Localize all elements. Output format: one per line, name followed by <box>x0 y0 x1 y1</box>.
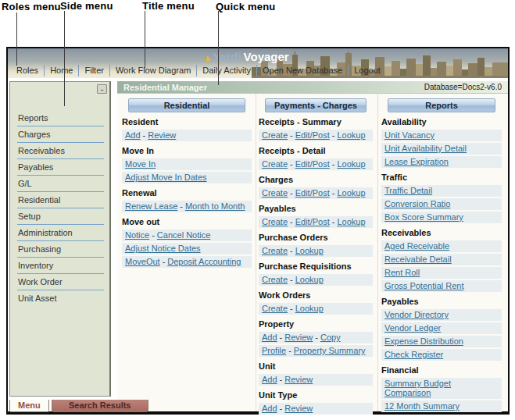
quick-link-add[interactable]: Add <box>125 130 141 140</box>
quick-link-add[interactable]: Add <box>262 375 277 384</box>
sidebar-item-setup[interactable]: Setup <box>17 208 104 224</box>
callout-label-side-menu: Side menu <box>60 0 113 12</box>
quick-link-adjust-move-in-dates[interactable]: Adjust Move In Dates <box>125 173 207 182</box>
quick-link-create[interactable]: Create <box>262 130 288 140</box>
quick-link-edit-post[interactable]: Edit/Post <box>295 188 330 198</box>
link-separator: - <box>152 230 155 240</box>
quick-link-create[interactable]: Create <box>262 304 288 313</box>
sidebar-minimize-button[interactable]: - <box>97 84 107 94</box>
sidebar-item-administration[interactable]: Administration <box>17 225 104 240</box>
yardi-triangle-icon: ▲ <box>203 53 212 62</box>
quick-link-row: Vendor Ledger <box>381 322 502 334</box>
quick-link-row: Create-Edit/Post-Lookup <box>259 130 373 141</box>
quick-link-lookup[interactable]: Lookup <box>337 130 365 140</box>
menu-item-work-flow-diagram[interactable]: Work Flow Diagram <box>110 64 196 77</box>
menu-item-home[interactable]: Home <box>45 64 78 77</box>
quick-link-summary-budget-comparison[interactable]: Summary Budget Comparison <box>384 379 451 397</box>
quick-link-create[interactable]: Create <box>262 246 288 255</box>
quick-link-moveout[interactable]: MoveOut <box>125 257 160 266</box>
quick-link-lookup[interactable]: Lookup <box>337 188 365 198</box>
menu-item-roles[interactable]: Roles <box>11 64 44 77</box>
app-header: ▲YardiVoyager RolesHomeFilterWork Flow D… <box>8 48 508 78</box>
side-menu-panel: - ReportsChargesReceivablesPayablesG/LRe… <box>9 81 111 397</box>
quick-link-traffic-detail[interactable]: Traffic Detail <box>384 186 432 195</box>
quick-link-move-in[interactable]: Move In <box>125 159 156 169</box>
callout-label-roles-menu: Roles menu <box>2 1 61 12</box>
sidebar-item-g-l[interactable]: G/L <box>17 176 104 191</box>
menu-item-open-new-database[interactable]: Open New Database <box>257 64 348 77</box>
quick-link-unit-availability-detail[interactable]: Unit Availability Detail <box>384 144 467 153</box>
quick-link-receivable-detail[interactable]: Receivable Detail <box>384 254 452 264</box>
quick-link-rent-roll[interactable]: Rent Roll <box>384 268 420 277</box>
quick-link-review[interactable]: Review <box>284 333 313 342</box>
quick-link-create[interactable]: Create <box>262 159 288 169</box>
quick-link-vendor-directory[interactable]: Vendor Directory <box>384 310 449 319</box>
quick-link-vendor-ledger[interactable]: Vendor Ledger <box>384 323 441 333</box>
quick-link-create[interactable]: Create <box>262 217 288 226</box>
quick-link-add[interactable]: Add <box>262 333 277 342</box>
quick-link-edit-post[interactable]: Edit/Post <box>295 159 330 169</box>
quick-link-month-to-month[interactable]: Month to Month <box>185 201 245 211</box>
quick-link-lookup[interactable]: Lookup <box>295 246 324 255</box>
quick-menu-column-residential: ResidentialResidentAdd-ReviewMove InMove… <box>122 98 252 269</box>
sidebar-item-work-order[interactable]: Work Order <box>17 274 104 290</box>
link-separator: - <box>290 304 293 313</box>
quick-link-review[interactable]: Review <box>284 375 313 384</box>
sidebar-item-payables[interactable]: Payables <box>17 159 104 175</box>
sidebar-item-reports[interactable]: Reports <box>17 110 104 126</box>
quick-link-review[interactable]: Review <box>148 130 176 140</box>
quick-link-profile[interactable]: Profile <box>262 346 286 355</box>
quick-link-renew-lease[interactable]: Renew Lease <box>125 201 177 211</box>
quick-link-lookup[interactable]: Lookup <box>337 217 365 226</box>
menu-item-filter[interactable]: Filter <box>79 64 109 77</box>
sidebar-item-purchasing[interactable]: Purchasing <box>17 241 104 257</box>
quick-link-row: Create-Edit/Post-Lookup <box>259 216 373 228</box>
quick-link-lookup[interactable]: Lookup <box>295 304 324 313</box>
quick-link-edit-post[interactable]: Edit/Post <box>295 130 330 140</box>
quick-link-create[interactable]: Create <box>262 275 288 284</box>
quick-link-lookup[interactable]: Lookup <box>337 159 365 169</box>
quick-link-deposit-accounting[interactable]: Deposit Accounting <box>167 257 241 266</box>
section-title-receipts-summary: Receipts - Summary <box>259 117 373 127</box>
section-title-financial: Financial <box>381 365 502 376</box>
tab-search-results[interactable]: Search Results <box>52 400 148 412</box>
logo-brand-text: Yardi <box>213 50 241 63</box>
quick-link-check-register[interactable]: Check Register <box>384 350 443 359</box>
quick-link-row: MoveOut-Deposit Accounting <box>122 256 252 268</box>
sidebar-item-inventory[interactable]: Inventory <box>17 258 104 273</box>
quick-link-aged-receivable[interactable]: Aged Receivable <box>384 241 449 251</box>
link-separator: - <box>288 346 291 355</box>
quick-link-lease-expiration[interactable]: Lease Expiration <box>384 157 449 166</box>
quick-link-expense-distribution[interactable]: Expense Distribution <box>384 336 463 346</box>
menu-item-daily-activity[interactable]: Daily Activity <box>197 64 256 77</box>
quick-link-row: Lease Expiration <box>381 156 502 168</box>
sidebar-item-charges[interactable]: Charges <box>17 126 104 142</box>
top-menu-bar: RolesHomeFilterWork Flow DiagramDaily Ac… <box>11 64 386 77</box>
quick-link-conversion-ratio[interactable]: Conversion Ratio <box>384 199 450 208</box>
quick-link-review[interactable]: Review <box>284 404 313 413</box>
quick-link-box-score-summary[interactable]: Box Score Summary <box>384 212 463 222</box>
sidebar-item-residential[interactable]: Residential <box>17 192 104 208</box>
tab-menu[interactable]: Menu <box>9 400 49 412</box>
quick-link-12-month-summary[interactable]: 12 Month Summary <box>384 401 460 411</box>
quick-link-adjust-notice-dates[interactable]: Adjust Notice Dates <box>125 244 201 253</box>
quick-link-create[interactable]: Create <box>262 188 288 198</box>
quick-link-edit-post[interactable]: Edit/Post <box>295 217 330 226</box>
quick-link-row: Vendor Directory <box>381 309 502 321</box>
quick-link-add[interactable]: Add <box>262 404 277 413</box>
quick-link-property-summary[interactable]: Property Summary <box>294 346 366 355</box>
section-title-purchase-orders: Purchase Orders <box>259 233 373 243</box>
sidebar-item-unit-asset[interactable]: Unit Asset <box>17 290 104 306</box>
quick-link-gross-potential-rent[interactable]: Gross Potential Rent <box>384 281 464 290</box>
menu-item-logout[interactable]: Logout <box>349 64 386 77</box>
sidebar-item-receivables[interactable]: Receivables <box>17 143 104 158</box>
section-title-charges: Charges <box>259 175 373 185</box>
link-separator: - <box>332 217 335 226</box>
quick-link-cancel-notice[interactable]: Cancel Notice <box>157 230 210 240</box>
quick-link-lookup[interactable]: Lookup <box>295 275 324 284</box>
quick-link-notice[interactable]: Notice <box>125 230 149 240</box>
quick-link-unit-vacancy[interactable]: Unit Vacancy <box>384 130 435 140</box>
quick-link-copy[interactable]: Copy <box>320 333 341 342</box>
callout-line-side-menu <box>64 11 65 106</box>
quick-link-row: Create-Edit/Post-Lookup <box>259 187 373 199</box>
